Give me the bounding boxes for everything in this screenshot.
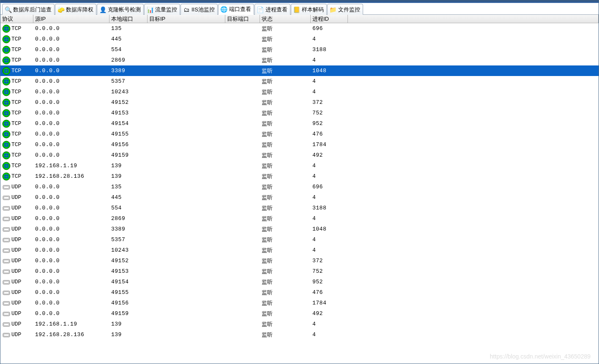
cell-process-id: 952 bbox=[311, 277, 348, 287]
cell-state: 监听 bbox=[260, 277, 311, 287]
cell-source-ip: 0.0.0.0 bbox=[33, 87, 109, 97]
table-row[interactable]: TCP192.168.28.136139监听4 bbox=[0, 171, 599, 182]
cell-filler bbox=[348, 108, 599, 118]
globe-icon bbox=[2, 77, 11, 86]
tab-2[interactable]: 👤克隆帐号检测 bbox=[97, 4, 144, 15]
cell-target-ip bbox=[148, 329, 225, 340]
table-row[interactable]: UDP0.0.0.049153监听752 bbox=[0, 266, 599, 277]
table-row[interactable]: TCP0.0.0.049155监听476 bbox=[0, 129, 599, 139]
cell-target-ip bbox=[148, 255, 225, 266]
cell-target-ip bbox=[148, 108, 225, 118]
table-row[interactable]: UDP0.0.0.0445监听4 bbox=[0, 192, 599, 203]
cell-state: 监听 bbox=[260, 329, 311, 340]
tab-3[interactable]: 📊流量监控 bbox=[144, 4, 180, 15]
svg-rect-39 bbox=[4, 228, 9, 231]
table-row[interactable]: TCP0.0.0.03389监听1048 bbox=[0, 65, 599, 76]
cell-protocol: UDP bbox=[0, 245, 33, 255]
table-row[interactable]: UDP0.0.0.02869监听4 bbox=[0, 213, 599, 224]
table-row[interactable]: UDP0.0.0.0135监听696 bbox=[0, 182, 599, 192]
cell-target-ip bbox=[148, 87, 225, 97]
cell-target-port bbox=[225, 139, 260, 150]
drive-icon bbox=[2, 204, 11, 212]
protocol-text: TCP bbox=[11, 25, 21, 32]
cell-source-ip: 0.0.0.0 bbox=[33, 97, 109, 108]
tab-label: 端口查看 bbox=[229, 5, 251, 13]
col-process-id[interactable]: 进程ID bbox=[311, 15, 348, 23]
table-row[interactable]: TCP0.0.0.0445监听4 bbox=[0, 34, 599, 44]
table-row[interactable]: TCP0.0.0.049159监听492 bbox=[0, 150, 599, 160]
col-source-ip[interactable]: 源IP bbox=[33, 15, 109, 23]
table-row[interactable]: TCP0.0.0.049154监听952 bbox=[0, 118, 599, 129]
cell-target-port bbox=[225, 287, 260, 298]
globe-icon bbox=[2, 109, 11, 117]
tab-0[interactable]: 🔍数据库后门追查 bbox=[2, 4, 55, 15]
protocol-text: TCP bbox=[11, 110, 21, 116]
drive-icon bbox=[2, 193, 11, 202]
cell-protocol: UDP bbox=[0, 329, 33, 340]
table-row[interactable]: UDP0.0.0.03389监听1048 bbox=[0, 224, 599, 234]
tab-label: 样本解码 bbox=[302, 6, 324, 14]
cell-target-port bbox=[225, 182, 260, 192]
table-row[interactable]: TCP0.0.0.049152监听372 bbox=[0, 97, 599, 108]
table-row[interactable]: UDP0.0.0.010243监听4 bbox=[0, 245, 599, 255]
cell-target-ip bbox=[148, 319, 225, 329]
col-local-port[interactable]: 本地端口 bbox=[109, 15, 148, 23]
sample-icon: 📒 bbox=[293, 6, 301, 14]
tab-7[interactable]: 📒样本解码 bbox=[291, 4, 327, 15]
table-row[interactable]: TCP192.168.1.19139监听4 bbox=[0, 160, 599, 171]
table-row[interactable]: TCP0.0.0.010243监听4 bbox=[0, 87, 599, 97]
cell-target-port bbox=[225, 224, 260, 234]
table-row[interactable]: UDP0.0.0.049152监听372 bbox=[0, 255, 599, 266]
cell-state: 监听 bbox=[260, 287, 311, 298]
svg-rect-37 bbox=[4, 218, 9, 220]
col-target-ip[interactable]: 目标IP bbox=[148, 15, 225, 23]
table-row[interactable]: UDP0.0.0.0554监听3188 bbox=[0, 203, 599, 213]
cell-process-id: 4 bbox=[311, 319, 348, 329]
cell-process-id: 372 bbox=[311, 255, 348, 266]
protocol-text: UDP bbox=[11, 194, 21, 201]
table-row[interactable]: TCP0.0.0.02869监听4 bbox=[0, 55, 599, 65]
cell-source-ip: 0.0.0.0 bbox=[33, 245, 109, 255]
cell-filler bbox=[348, 76, 599, 87]
cell-target-ip bbox=[148, 203, 225, 213]
tab-5[interactable]: 🌐端口查看 bbox=[218, 4, 254, 15]
tab-8[interactable]: 📁文件监控 bbox=[327, 4, 363, 15]
table-row[interactable]: UDP192.168.1.19139监听4 bbox=[0, 319, 599, 329]
cell-target-ip bbox=[148, 44, 225, 55]
cell-protocol: UDP bbox=[0, 255, 33, 266]
table-row[interactable]: UDP192.168.28.136139监听4 bbox=[0, 329, 599, 340]
globe-icon bbox=[2, 35, 11, 43]
table-body[interactable]: TCP0.0.0.0135监听696TCP0.0.0.0445监听4TCP0.0… bbox=[0, 23, 599, 364]
table-row[interactable]: TCP0.0.0.049156监听1784 bbox=[0, 139, 599, 150]
cell-process-id: 4 bbox=[311, 55, 348, 65]
cell-protocol: UDP bbox=[0, 213, 33, 224]
cell-state: 监听 bbox=[260, 203, 311, 213]
tab-1[interactable]: 🧽数据库降权 bbox=[55, 4, 96, 15]
cell-target-ip bbox=[148, 287, 225, 298]
tab-6[interactable]: 📄进程查看 bbox=[254, 4, 290, 15]
globe-icon bbox=[2, 151, 11, 160]
cell-source-ip: 0.0.0.0 bbox=[33, 34, 109, 44]
protocol-text: UDP bbox=[11, 289, 21, 296]
col-target-port[interactable]: 目标端口 bbox=[225, 15, 260, 23]
svg-rect-41 bbox=[4, 239, 9, 241]
table-row[interactable]: UDP0.0.0.049155监听476 bbox=[0, 287, 599, 298]
table-row[interactable]: UDP0.0.0.049156监听1784 bbox=[0, 298, 599, 308]
table-row[interactable]: TCP0.0.0.0135监听696 bbox=[0, 23, 599, 34]
table-row[interactable]: TCP0.0.0.0554监听3188 bbox=[0, 44, 599, 55]
table-row[interactable]: TCP0.0.0.05357监听4 bbox=[0, 76, 599, 87]
cell-target-ip bbox=[148, 160, 225, 171]
cell-target-port bbox=[225, 329, 260, 340]
col-protocol[interactable]: 协议 bbox=[0, 15, 33, 23]
cell-source-ip: 0.0.0.0 bbox=[33, 129, 109, 139]
col-state[interactable]: 状态 bbox=[260, 15, 311, 23]
table-row[interactable]: UDP0.0.0.05357监听4 bbox=[0, 234, 599, 245]
cell-filler bbox=[348, 203, 599, 213]
table-row[interactable]: UDP0.0.0.049154监听952 bbox=[0, 277, 599, 287]
table-row[interactable]: UDP0.0.0.049159监听492 bbox=[0, 308, 599, 319]
svg-rect-33 bbox=[4, 197, 9, 199]
cell-filler bbox=[348, 118, 599, 129]
tab-4[interactable]: 🗂IIS池监控 bbox=[181, 4, 218, 15]
table-row[interactable]: TCP0.0.0.049153监听752 bbox=[0, 108, 599, 118]
protocol-text: TCP bbox=[11, 120, 21, 127]
